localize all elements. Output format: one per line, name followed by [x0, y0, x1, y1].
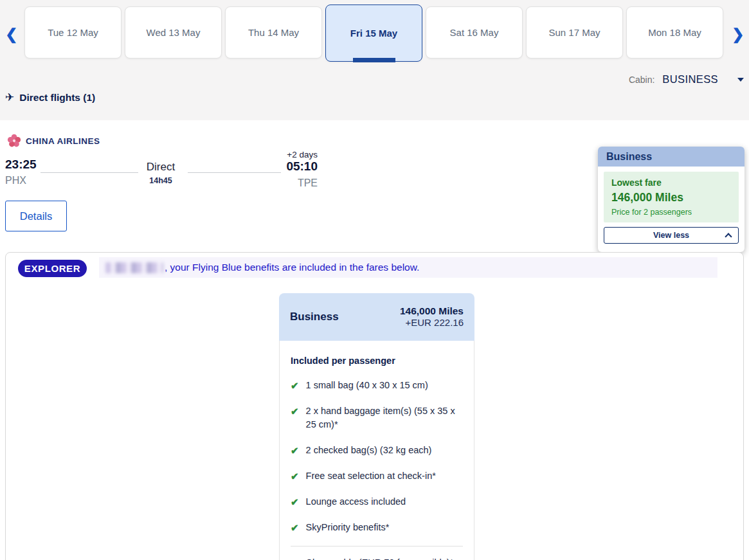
- date-tab-label: Fri 15 May: [350, 28, 397, 39]
- benefit-item: ✔ 2 x hand baggage item(s) (55 x 35 x 25…: [291, 404, 463, 431]
- fare-miles: 146,000 Miles: [400, 305, 464, 316]
- date-tab-label: Tue 12 May: [48, 27, 98, 38]
- date-tab[interactable]: Tue 12 May: [24, 6, 122, 59]
- redacted-name-blur: [105, 262, 163, 273]
- fare-card: Business 146,000 Miles +EUR 222.16 Inclu…: [279, 293, 474, 560]
- benefit-text: Changeable (EUR 70 fee possible)*: [306, 556, 454, 560]
- check-icon: ✔: [291, 469, 299, 483]
- view-less-label: View less: [653, 231, 689, 240]
- loyalty-tier-badge: EXPLORER: [18, 260, 87, 277]
- fare-cabin-label: Business: [290, 311, 339, 323]
- arrival-airport: TPE: [298, 177, 318, 189]
- benefit-item: ✔ Free seat selection at check-in*: [291, 469, 463, 483]
- passengers-note: Price for 2 passengers: [611, 208, 731, 217]
- details-button-label: Details: [20, 210, 52, 222]
- benefit-item: ✔ SkyPriority benefits*: [291, 521, 463, 534]
- arrival-day-offset: +2 days: [287, 150, 318, 159]
- cabin-label: Cabin:: [629, 75, 654, 85]
- check-icon: ✔: [291, 556, 299, 560]
- date-tab[interactable]: Sat 16 May: [426, 6, 523, 59]
- chevron-right-icon: ❯: [732, 26, 744, 43]
- benefits-banner-message: , your Flying Blue benefits are included…: [165, 262, 419, 273]
- fare-summary-header: Business: [598, 147, 744, 167]
- benefit-text: Free seat selection at check-in*: [306, 469, 436, 483]
- cabin-select[interactable]: Cabin: BUSINESS: [629, 73, 744, 86]
- results-title: Direct flights (1): [19, 92, 95, 104]
- loyalty-tier-label: EXPLORER: [24, 263, 80, 274]
- results-header: ✈ Direct flights (1): [5, 91, 95, 104]
- date-tab-label: Thu 14 May: [248, 27, 299, 38]
- chevron-left-icon: ❮: [5, 26, 17, 43]
- fare-summary-panel: Business Lowest fare 146,000 Miles Price…: [598, 147, 744, 252]
- benefit-item: ✔ 1 small bag (40 x 30 x 15 cm): [291, 379, 463, 392]
- airline-name: CHINA AIRLINES: [26, 136, 100, 146]
- lowest-fare-box: Lowest fare 146,000 Miles Price for 2 pa…: [604, 172, 739, 222]
- route-line: [41, 172, 138, 173]
- lowest-fare-miles: 146,000 Miles: [611, 191, 731, 204]
- check-icon: ✔: [291, 404, 299, 431]
- benefit-text: 2 checked bag(s) (32 kg each): [306, 444, 432, 457]
- included-title: Included per passenger: [291, 355, 463, 366]
- plum-blossom-icon: [6, 133, 22, 149]
- benefit-item: ✔ 2 checked bag(s) (32 kg each): [291, 444, 463, 457]
- date-tab[interactable]: Sun 17 May: [526, 6, 623, 59]
- view-less-button[interactable]: View less: [604, 227, 739, 244]
- departure-time: 23:25: [5, 158, 37, 172]
- benefit-text: 1 small bag (40 x 30 x 15 cm): [306, 379, 428, 392]
- arrival-time: 05:10: [286, 160, 318, 173]
- check-icon: ✔: [291, 521, 299, 534]
- date-tab[interactable]: Thu 14 May: [225, 6, 322, 59]
- fare-taxes: +EUR 222.16: [406, 317, 464, 328]
- date-tab-label: Mon 18 May: [648, 27, 701, 38]
- check-icon: ✔: [291, 495, 299, 509]
- benefit-text: SkyPriority benefits*: [306, 521, 390, 534]
- airline-logo: CHINA AIRLINES: [6, 133, 100, 149]
- date-tab-label: Wed 13 May: [147, 27, 201, 38]
- arrival-info: +2 days 05:10 TPE: [260, 150, 318, 189]
- benefit-divider: [291, 546, 463, 546]
- fare-card-body: Included per passenger ✔ 1 small bag (40…: [279, 341, 474, 560]
- chevron-down-icon: [737, 78, 744, 82]
- benefit-text: 2 x hand baggage item(s) (55 x 35 x 25 c…: [306, 404, 463, 431]
- cabin-value: BUSINESS: [662, 73, 718, 86]
- details-button[interactable]: Details: [5, 201, 67, 231]
- benefit-item: ✔ Changeable (EUR 70 fee possible)*: [291, 556, 463, 560]
- benefit-item: ✔ Lounge access included: [291, 495, 463, 509]
- next-dates-button[interactable]: ❯: [729, 24, 747, 44]
- segment-info: Direct 14h45: [135, 161, 186, 185]
- benefit-text: Lounge access included: [306, 495, 406, 509]
- stops-label: Direct: [135, 161, 186, 174]
- date-tab-label: Sat 16 May: [450, 27, 499, 38]
- benefit-list: ✔ 1 small bag (40 x 30 x 15 cm) ✔ 2 x ha…: [291, 379, 463, 534]
- duration-label: 14h45: [135, 176, 186, 185]
- date-tab-label: Sun 17 May: [548, 27, 600, 38]
- departure-airport: PHX: [5, 175, 26, 186]
- date-tab[interactable]: Fri 15 May: [325, 5, 422, 62]
- date-tab[interactable]: Mon 18 May: [626, 6, 723, 59]
- fare-summary-cabin: Business: [606, 151, 652, 163]
- date-tab-list: Tue 12 May Wed 13 May Thu 14 May Fri 15 …: [24, 6, 723, 62]
- prev-dates-button[interactable]: ❮: [3, 24, 21, 44]
- lowest-fare-label: Lowest fare: [611, 177, 731, 188]
- date-tab[interactable]: Wed 13 May: [125, 6, 222, 59]
- airplane-icon: ✈: [5, 91, 14, 104]
- chevron-up-icon: [725, 233, 732, 240]
- fare-card-header[interactable]: Business 146,000 Miles +EUR 222.16: [279, 293, 474, 341]
- check-icon: ✔: [291, 444, 299, 457]
- fares-container: EXPLORER , your Flying Blue benefits are…: [5, 252, 744, 560]
- benefits-banner: , your Flying Blue benefits are included…: [99, 257, 717, 278]
- fare-price: 146,000 Miles +EUR 222.16: [400, 305, 464, 329]
- check-icon: ✔: [291, 379, 299, 392]
